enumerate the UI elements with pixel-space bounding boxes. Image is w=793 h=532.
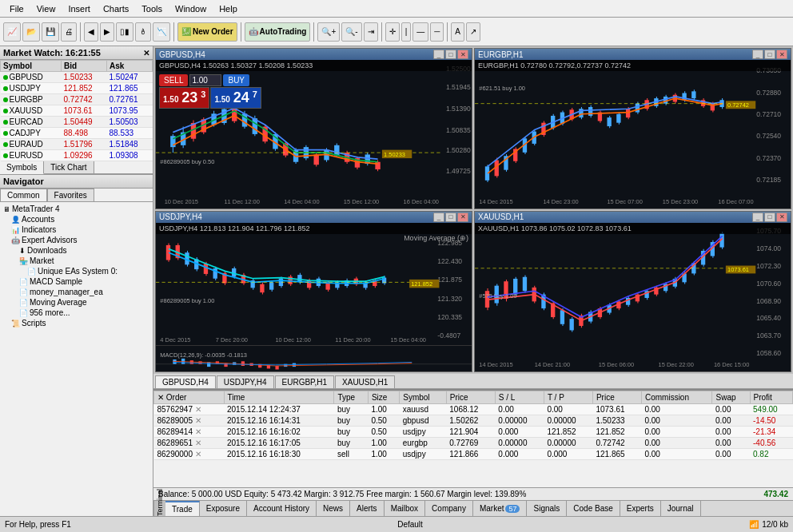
- scroll-right-btn[interactable]: ⇥: [364, 22, 378, 42]
- market-row[interactable]: EURUSD 1.09296 1.09308: [1, 150, 153, 161]
- order-row[interactable]: 86289005 ✕ 2015.12.16 16:14:31 buy 0.50 …: [154, 415, 793, 426]
- toolbar-forward[interactable]: ▶: [100, 22, 114, 42]
- order-row[interactable]: 86289651 ✕ 2015.12.16 16:17:05 buy 1.00 …: [154, 437, 793, 448]
- market-row[interactable]: CADJPY 88.498 88.533: [1, 128, 153, 139]
- toolbar-new-chart[interactable]: 📈: [3, 22, 21, 42]
- menu-file[interactable]: File: [3, 2, 30, 15]
- nav-tree-item[interactable]: ⬇Downloads: [2, 245, 151, 256]
- terminal-tab-trade[interactable]: Trade: [165, 501, 200, 517]
- nav-tree-item[interactable]: 📄money_manager_ea: [2, 287, 151, 297]
- chart-usdjpy-body[interactable]: USDJPY,H4 121.813 121.904 121.796 121.85…: [156, 223, 472, 371]
- period-separator-btn[interactable]: |: [401, 22, 412, 42]
- menu-window[interactable]: Window: [169, 2, 213, 15]
- chart-gbpusd-body[interactable]: GBPUSD,H4 1.50263 1.50327 1.50208 1.5023…: [156, 60, 472, 208]
- chart-xauusd-minimize[interactable]: _: [752, 212, 763, 222]
- nav-tree-item[interactable]: 👤Accounts: [2, 214, 151, 224]
- chart-usdjpy-maximize[interactable]: □: [445, 212, 456, 222]
- chart-usdjpy-close[interactable]: ✕: [457, 212, 468, 222]
- arrow-btn[interactable]: ↗: [466, 22, 480, 42]
- terminal-tab-experts[interactable]: Experts: [620, 501, 661, 517]
- chart-tab-gbpusd[interactable]: GBPUSD,H4: [155, 375, 216, 388]
- market-watch-close[interactable]: ✕: [143, 49, 149, 58]
- chart-gbpusd-close[interactable]: ✕: [457, 50, 468, 59]
- chart-eurgbp-maximize[interactable]: □: [764, 50, 775, 59]
- order-row[interactable]: 86289414 ✕ 2015.12.16 16:16:02 buy 0.50 …: [154, 426, 793, 437]
- market-row[interactable]: EURAUD 1.51796 1.51848: [1, 139, 153, 150]
- toolbar-back[interactable]: ◀: [84, 22, 98, 42]
- toolbar-print[interactable]: 🖨: [61, 22, 77, 42]
- tab-symbols[interactable]: Symbols: [0, 161, 44, 174]
- nav-tab-common[interactable]: Common: [0, 189, 47, 201]
- hline-btn[interactable]: ─: [430, 22, 444, 42]
- chart-tab-eurgbp[interactable]: EURGBP,H1: [275, 375, 335, 388]
- menu-insert[interactable]: Insert: [62, 2, 97, 15]
- svg-rect-151: [260, 284, 264, 292]
- nav-tab-favorites[interactable]: Favorites: [47, 189, 94, 201]
- terminal-tab-account-history[interactable]: Account History: [247, 501, 317, 517]
- chart-xauusd-close[interactable]: ✕: [776, 212, 787, 222]
- terminal-tab-news[interactable]: News: [317, 501, 350, 517]
- text-btn[interactable]: A: [451, 22, 464, 42]
- nav-tree-item[interactable]: 🏪Market: [2, 256, 151, 266]
- menu-help[interactable]: Help: [213, 2, 244, 15]
- chart-gbpusd-minimize[interactable]: _: [433, 50, 444, 59]
- toolbar-line-chart[interactable]: 📉: [153, 22, 170, 42]
- nav-tree-item[interactable]: 📜Scripts: [2, 318, 151, 328]
- terminal-tab-alerts[interactable]: Alerts: [350, 501, 385, 517]
- chart-tabs-bar: GBPUSD,H4 USDJPY,H4 EURGBP,H1 XAUUSD,H1: [153, 374, 793, 389]
- order-row[interactable]: 85762947 ✕ 2015.12.14 12:24:37 buy 1.00 …: [154, 403, 793, 415]
- order-close-x[interactable]: ✕: [195, 427, 201, 436]
- market-row[interactable]: GBPUSD 1.50233 1.50247: [1, 72, 153, 83]
- chart-eurgbp-close[interactable]: ✕: [776, 50, 787, 59]
- nav-tree-item[interactable]: 📊Indicators: [2, 224, 151, 235]
- terminal-tab-exposure[interactable]: Exposure: [200, 501, 247, 517]
- line-btn[interactable]: —: [412, 22, 428, 42]
- order-close-x[interactable]: ✕: [195, 450, 201, 459]
- menu-view[interactable]: View: [30, 2, 62, 15]
- terminal-tab-company[interactable]: Company: [425, 501, 473, 517]
- buy-button[interactable]: BUY: [223, 74, 249, 86]
- chart-eurgbp-body[interactable]: EURGBP,H1 0.72780 0.72792,0.72737 0.7274…: [475, 60, 791, 208]
- lot-input[interactable]: [189, 74, 221, 86]
- chart-usdjpy-minimize[interactable]: _: [433, 212, 444, 222]
- order-row[interactable]: 86290000 ✕ 2015.12.16 16:18:30 sell 1.00…: [154, 448, 793, 459]
- chart-xauusd-body[interactable]: XAUUSD,H1 1073.86 1075.02 1072.83 1073.6…: [475, 223, 791, 371]
- terminal-tab-signals[interactable]: Signals: [527, 501, 567, 517]
- chart-xauusd-maximize[interactable]: □: [764, 212, 775, 222]
- market-row[interactable]: USDJPY 121.852 121.865: [1, 83, 153, 94]
- crosshair-btn[interactable]: ✛: [385, 22, 400, 42]
- svg-text:1068.90: 1068.90: [756, 296, 781, 304]
- nav-tree-item[interactable]: 🖥MetaTrader 4: [2, 204, 151, 214]
- nav-tree-item[interactable]: 📄MACD Sample: [2, 276, 151, 287]
- nav-tree-item[interactable]: 📄Unique EAs System 0:: [2, 266, 151, 276]
- nav-tree-item[interactable]: 📄Moving Average: [2, 297, 151, 308]
- zoom-out-btn[interactable]: 🔍-: [341, 22, 361, 42]
- toolbar-candle-chart[interactable]: 🕯: [135, 22, 151, 42]
- terminal-tab-journal[interactable]: Journal: [661, 501, 701, 517]
- market-row[interactable]: EURGBP 0.72742 0.72761: [1, 94, 153, 105]
- chart-gbpusd-maximize[interactable]: □: [445, 50, 456, 59]
- nav-tree-item[interactable]: 🤖Expert Advisors: [2, 235, 151, 245]
- order-close-x[interactable]: ✕: [195, 439, 201, 447]
- terminal-tab-mailbox[interactable]: Mailbox: [385, 501, 425, 517]
- market-row[interactable]: EURCAD 1.50449 1.50503: [1, 117, 153, 128]
- menu-tools[interactable]: Tools: [135, 2, 169, 15]
- order-close-x[interactable]: ✕: [195, 416, 201, 425]
- nav-tree-item[interactable]: 📄956 more...: [2, 308, 151, 318]
- menu-charts[interactable]: Charts: [97, 2, 135, 15]
- chart-tab-usdjpy[interactable]: USDJPY,H4: [217, 375, 274, 388]
- zoom-in-btn[interactable]: 🔍+: [317, 22, 340, 42]
- new-order-btn[interactable]: 💹 New Order: [177, 22, 237, 42]
- sell-button[interactable]: SELL: [159, 74, 188, 86]
- tab-tick-chart[interactable]: Tick Chart: [44, 161, 94, 173]
- toolbar-bar-chart[interactable]: ▯▮: [116, 22, 133, 42]
- auto-trading-btn[interactable]: 🤖 AutoTrading: [245, 22, 311, 42]
- order-close-x[interactable]: ✕: [195, 405, 201, 414]
- toolbar-save[interactable]: 💾: [42, 22, 59, 42]
- market-row[interactable]: XAUUSD 1073.61 1073.95: [1, 105, 153, 117]
- chart-tab-xauusd[interactable]: XAUUSD,H1: [335, 375, 395, 388]
- toolbar-open[interactable]: 📂: [22, 22, 40, 42]
- terminal-tab-market[interactable]: Market57: [473, 501, 528, 517]
- terminal-tab-code-base[interactable]: Code Base: [567, 501, 620, 517]
- chart-eurgbp-minimize[interactable]: _: [752, 50, 763, 59]
